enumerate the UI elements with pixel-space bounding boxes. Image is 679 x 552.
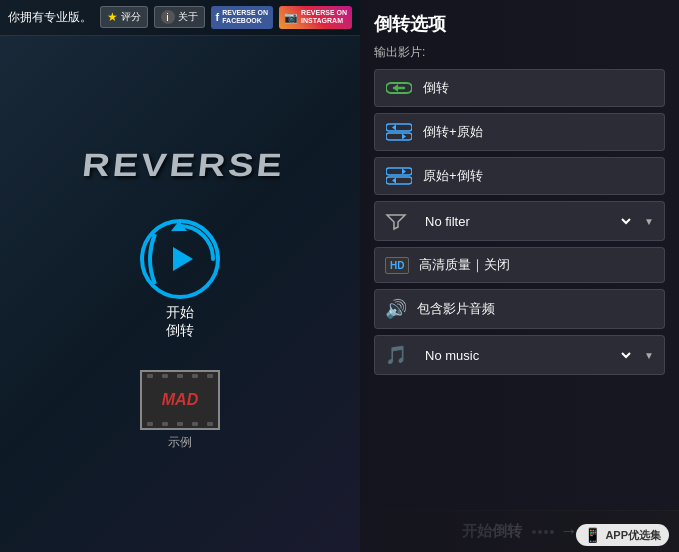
star-icon: ★ (107, 10, 118, 24)
music-icon: 🎵 (375, 336, 417, 374)
watermark-text: APP优选集 (605, 528, 661, 543)
film-thumbnail[interactable]: MAD (140, 370, 220, 430)
music-row[interactable]: 🎵 No music ▼ (374, 335, 665, 375)
watermark: 📱 APP优选集 (576, 524, 669, 546)
svg-rect-10 (386, 168, 412, 175)
music-select[interactable]: No music (417, 339, 634, 372)
instagram-button[interactable]: 📷 REVERSE ONINSTAGRAM (279, 6, 352, 29)
facebook-button[interactable]: f REVERSE ONFACEBOOK (211, 6, 274, 29)
film-holes-bottom (142, 422, 218, 426)
info-icon: i (161, 10, 175, 24)
right-panel: 倒转选项 输出影片: 倒转 倒转 (360, 0, 679, 552)
svg-rect-6 (386, 124, 412, 131)
svg-marker-3 (173, 247, 193, 271)
filter-select[interactable]: No filter (417, 205, 634, 238)
include-audio-row[interactable]: 🔊 包含影片音频 (374, 289, 665, 329)
rate-label: 评分 (121, 10, 141, 24)
svg-marker-5 (393, 84, 398, 92)
sample-area[interactable]: MAD 示例 (140, 370, 220, 451)
filter-dropdown-arrow: ▼ (634, 208, 664, 235)
start-button-area[interactable]: 开始 倒转 (135, 214, 225, 340)
hd-label: 高清质量｜关闭 (419, 256, 510, 274)
audio-label: 包含影片音频 (417, 300, 495, 318)
option1-label: 倒转 (423, 79, 449, 97)
rate-button[interactable]: ★ 评分 (100, 6, 148, 28)
instagram-label: REVERSE ONINSTAGRAM (301, 9, 347, 26)
filter-icon (375, 202, 417, 240)
filter-row[interactable]: No filter ▼ (374, 201, 665, 241)
about-button[interactable]: i 关于 (154, 6, 205, 28)
music-dropdown-arrow: ▼ (634, 342, 664, 369)
svg-marker-7 (392, 125, 396, 131)
top-bar: 你拥有专业版。 ★ 评分 i 关于 f REVERSE ONFACEBOOK 📷… (0, 0, 360, 36)
sample-label: 示例 (168, 434, 192, 451)
panel-content: 倒转选项 输出影片: 倒转 倒转 (360, 0, 679, 510)
about-label: 关于 (178, 10, 198, 24)
option3-label: 原始+倒转 (423, 167, 483, 185)
speaker-icon: 🔊 (385, 298, 407, 320)
option2-label: 倒转+原始 (423, 123, 483, 141)
svg-marker-9 (402, 134, 406, 140)
output-label: 输出影片: (374, 44, 665, 61)
svg-rect-12 (386, 177, 412, 184)
instagram-icon: 📷 (284, 11, 298, 24)
panel-title: 倒转选项 (374, 12, 665, 36)
hd-quality-row[interactable]: HD 高清质量｜关闭 (374, 247, 665, 283)
watermark-icon: 📱 (584, 527, 601, 543)
left-panel: 你拥有专业版。 ★ 评分 i 关于 f REVERSE ONFACEBOOK 📷… (0, 0, 360, 552)
option-original-reverse[interactable]: 原始+倒转 (374, 157, 665, 195)
reverse-original-icon (385, 122, 413, 142)
film-text: MAD (162, 391, 198, 409)
reverse-icon (385, 78, 413, 98)
start-circle-btn[interactable] (135, 214, 225, 304)
pro-label: 你拥有专业版。 (8, 9, 94, 26)
app-logo: REVERSE (80, 141, 280, 190)
svg-marker-13 (392, 178, 396, 184)
film-holes-top (142, 374, 218, 378)
reverse-logo-svg: REVERSE (80, 141, 280, 184)
facebook-icon: f (216, 11, 220, 23)
start-label: 开始 倒转 (166, 304, 194, 340)
original-reverse-icon (385, 166, 413, 186)
main-content: REVERSE 开始 倒转 (0, 36, 360, 552)
svg-marker-11 (402, 169, 406, 175)
svg-text:REVERSE: REVERSE (81, 147, 280, 183)
option-reverse-original[interactable]: 倒转+原始 (374, 113, 665, 151)
facebook-label: REVERSE ONFACEBOOK (222, 9, 268, 26)
svg-rect-8 (386, 133, 412, 140)
option-reverse[interactable]: 倒转 (374, 69, 665, 107)
hd-badge: HD (385, 257, 409, 274)
